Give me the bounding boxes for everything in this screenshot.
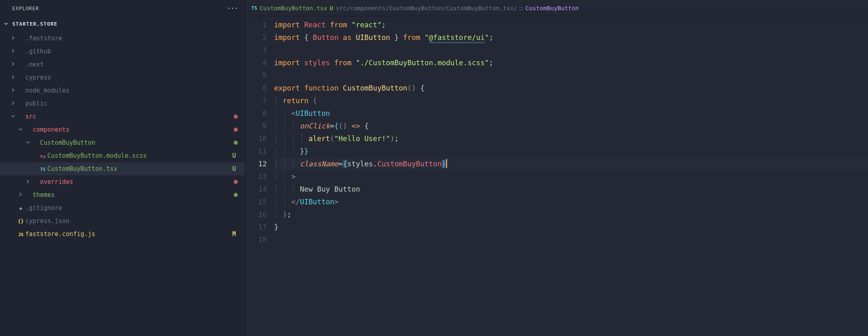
folder-item[interactable]: src	[0, 110, 245, 123]
chevron-down-icon	[10, 114, 16, 119]
git-status-letter: U	[230, 152, 238, 159]
tree-item-label: components	[33, 126, 234, 133]
chevron-right-icon	[24, 179, 31, 185]
editor-pane: TS CustomBuyButton.tsx U src/components/…	[246, 0, 868, 336]
chevron-down-icon	[24, 140, 31, 146]
code-line[interactable]: │ │ <UIButton	[274, 107, 868, 120]
git-dot-icon	[234, 180, 238, 184]
tree-item-label: themes	[33, 191, 234, 199]
breadcrumb-symbol: CustomBuyButton	[525, 5, 579, 11]
git-dot-icon	[234, 141, 238, 145]
folder-item[interactable]: CustomBuyButton	[0, 136, 245, 149]
git-dot-icon	[234, 128, 238, 132]
code-line[interactable]: import { Button as UIButton } from "@fas…	[274, 31, 868, 44]
tree-item-label: public	[25, 100, 238, 107]
file-item[interactable]: TSCustomBuyButton.tsxU	[0, 162, 245, 175]
file-icon: ◆	[16, 205, 25, 211]
project-root[interactable]: STARTER.STORE	[0, 17, 245, 30]
tree-item-label: .faststore	[25, 35, 238, 42]
line-gutter: 123456789101112131415161718	[246, 19, 274, 336]
tree-item-label: .gitignore	[25, 204, 238, 212]
chevron-right-icon	[10, 36, 16, 41]
code-line[interactable]: import styles from "./CustomBuyButton.mo…	[274, 57, 868, 69]
code-content[interactable]: import React from "react";import { Butto…	[274, 19, 868, 336]
code-line[interactable]: │ );	[274, 208, 868, 221]
code-area[interactable]: 123456789101112131415161718 import React…	[246, 16, 868, 336]
chevron-right-icon	[10, 62, 16, 67]
folder-item[interactable]: .next	[0, 58, 245, 71]
chevron-right-icon	[10, 49, 16, 54]
code-line[interactable]: export function CustomBuyButton() {	[274, 82, 868, 95]
breadcrumb-path: src/components/CustomBuyButton/CustomBuy…	[336, 5, 517, 11]
explorer-sidebar: EXPLORER ••• STARTER.STORE .faststore.gi…	[0, 0, 246, 336]
folder-item[interactable]: themes	[0, 188, 245, 201]
file-item[interactable]: ᔓCustomBuyButton.module.scssU	[0, 149, 245, 162]
file-item[interactable]: {}cypress.json	[0, 214, 245, 228]
chevron-down-icon	[4, 21, 8, 27]
git-dot-icon	[234, 193, 238, 197]
chevron-right-icon	[10, 101, 16, 106]
code-line[interactable]: │ │ │ onClick={() => {	[274, 120, 868, 133]
folder-item[interactable]: node_modules	[0, 84, 245, 97]
folder-item[interactable]: public	[0, 97, 245, 110]
code-line[interactable]: │ │ │ │ alert("Hello User!");	[274, 133, 868, 145]
tree-item-label: src	[25, 113, 234, 120]
code-line[interactable]: │ │ │ className={styles.CustomBuyButton}	[274, 158, 868, 170]
file-icon: {}	[16, 218, 25, 224]
explorer-title: EXPLORER	[12, 6, 39, 11]
git-status-letter: M	[230, 230, 238, 238]
project-name: STARTER.STORE	[12, 21, 58, 27]
more-icon[interactable]: •••	[227, 6, 239, 11]
breadcrumb[interactable]: TS CustomBuyButton.tsx U src/components/…	[246, 0, 868, 16]
folder-item[interactable]: .faststore	[0, 32, 245, 45]
tree-item-label: node_modules	[25, 87, 238, 94]
code-line[interactable]: import React from "react";	[274, 19, 868, 31]
folder-item[interactable]: .github	[0, 45, 245, 58]
explorer-header: EXPLORER •••	[0, 0, 245, 17]
git-dot-icon	[234, 115, 238, 119]
code-line[interactable]	[274, 234, 868, 246]
tree-item-label: cypress.json	[25, 217, 238, 225]
file-icon: TS	[38, 166, 47, 172]
symbol-icon: ⬚	[520, 5, 523, 11]
tree-item-label: CustomBuyButton.module.scss	[47, 152, 230, 159]
code-line[interactable]	[274, 44, 868, 57]
file-tree: .faststore.github.nextcypressnode_module…	[0, 30, 245, 336]
code-line[interactable]: │ │ │ }}	[274, 145, 868, 158]
tree-item-label: .github	[25, 48, 238, 55]
chevron-right-icon	[10, 88, 16, 93]
code-line[interactable]: │ return (	[274, 95, 868, 107]
tree-item-label: overrides	[40, 178, 234, 186]
tree-item-label: CustomBuyButton	[40, 139, 234, 146]
git-status-letter: U	[230, 165, 238, 172]
tree-item-label: faststore.config.js	[25, 230, 230, 238]
tree-item-label: cypress	[25, 74, 238, 81]
folder-item[interactable]: cypress	[0, 71, 245, 84]
file-icon: JS	[16, 231, 25, 237]
file-item[interactable]: JSfaststore.config.jsM	[0, 228, 245, 241]
file-item[interactable]: ◆.gitignore	[0, 201, 245, 214]
chevron-right-icon	[10, 75, 16, 80]
chevron-down-icon	[17, 127, 24, 133]
git-status-badge: U	[330, 5, 333, 11]
breadcrumb-filename: CustomBuyButton.tsx	[259, 5, 327, 11]
code-line[interactable]	[274, 69, 868, 82]
code-line[interactable]: │ │ >	[274, 170, 868, 183]
folder-item[interactable]: overrides	[0, 175, 245, 188]
file-icon: ᔓ	[38, 153, 47, 159]
ts-icon: TS	[251, 5, 257, 11]
code-line[interactable]: │ │ │ New Buy Button	[274, 183, 868, 196]
tree-item-label: .next	[25, 61, 238, 68]
code-line[interactable]: }	[274, 221, 868, 234]
chevron-right-icon	[17, 192, 24, 198]
folder-item[interactable]: components	[0, 123, 245, 136]
tree-item-label: CustomBuyButton.tsx	[47, 165, 230, 172]
code-line[interactable]: │ │ </UIButton>	[274, 196, 868, 208]
